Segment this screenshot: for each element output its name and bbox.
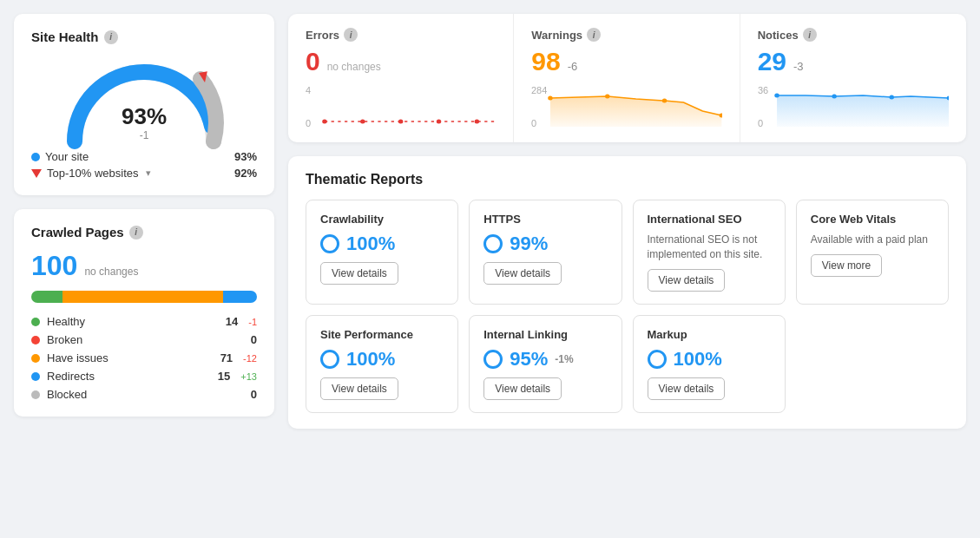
warnings-metric: Warnings i 98 -6 284 0 xyxy=(514,14,740,142)
list-item: Redirects 15 +13 xyxy=(31,370,257,383)
warnings-info-icon[interactable]: i xyxy=(587,28,601,42)
report-crawlability: Crawlability 100% View details xyxy=(306,200,458,305)
top-sites-label: Top-10% websites xyxy=(47,167,139,180)
broken-label: Broken xyxy=(47,333,82,346)
report-site-performance: Site Performance 100% View details xyxy=(306,315,458,413)
site-health-title: Site Health i xyxy=(31,30,257,44)
your-site-value: 93% xyxy=(234,150,257,163)
issues-label: Have issues xyxy=(47,351,109,364)
site-health-card: Site Health i 93% -1 xyxy=(14,14,274,195)
site-health-gauge: 93% -1 xyxy=(66,55,222,141)
svg-point-5 xyxy=(398,120,403,124)
blocked-value: 0 xyxy=(251,388,257,401)
errors-label: Errors i xyxy=(306,28,496,42)
warnings-value-row: 98 -6 xyxy=(531,47,721,76)
svg-text:0: 0 xyxy=(306,119,311,128)
site-health-info-icon[interactable]: i xyxy=(104,30,118,44)
svg-point-4 xyxy=(360,120,365,124)
issues-value: 71 xyxy=(220,351,233,364)
list-item: Have issues 71 -12 xyxy=(31,351,257,364)
top-sites-value: 92% xyxy=(234,167,257,180)
crawled-number: 100 xyxy=(31,250,77,282)
your-site-row: Your site 93% xyxy=(31,150,257,163)
notices-info-icon[interactable]: i xyxy=(803,28,817,42)
redirects-change: +13 xyxy=(240,371,257,382)
svg-marker-17 xyxy=(777,95,949,127)
top-sites-dropdown-icon[interactable]: ▾ xyxy=(146,167,151,179)
healthy-dot xyxy=(31,318,40,326)
svg-point-11 xyxy=(549,96,553,101)
site-health-label: Site Health xyxy=(31,30,99,44)
metrics-row: Errors i 0 no changes 4 0 xyxy=(288,14,966,142)
warnings-label-text: Warnings xyxy=(531,29,582,42)
performance-circle xyxy=(320,350,339,369)
list-item: Healthy 14 -1 xyxy=(31,315,257,328)
redirects-value: 15 xyxy=(218,370,230,383)
performance-view-btn[interactable]: View details xyxy=(320,377,398,400)
internal-linking-score: 95% -1% xyxy=(483,348,607,371)
top-sites-row: Top-10% websites ▾ 92% xyxy=(31,167,257,180)
svg-text:4: 4 xyxy=(306,86,311,95)
redirects-label: Redirects xyxy=(47,370,95,383)
errors-metric: Errors i 0 no changes 4 0 xyxy=(288,14,514,142)
svg-text:0: 0 xyxy=(758,118,763,128)
notices-value-row: 29 -3 xyxy=(758,47,949,76)
warnings-change: -6 xyxy=(568,60,578,73)
reports-row-2: Site Performance 100% View details Inter… xyxy=(306,315,949,413)
blocked-label: Blocked xyxy=(47,388,87,401)
markup-circle xyxy=(648,350,667,369)
errors-value-row: 0 no changes xyxy=(306,47,496,76)
crawlability-score: 100% xyxy=(320,233,444,255)
list-item: Broken 0 xyxy=(31,333,257,346)
healthy-change: -1 xyxy=(248,317,257,327)
notices-label: Notices i xyxy=(758,28,949,42)
svg-point-18 xyxy=(774,94,779,98)
report-internal-linking: Internal Linking 95% -1% View details xyxy=(469,315,622,413)
pb-redirects xyxy=(223,291,257,303)
markup-view-btn[interactable]: View details xyxy=(648,377,726,400)
crawled-count: 100 no changes xyxy=(31,250,257,282)
svg-point-6 xyxy=(437,120,441,124)
notices-metric: Notices i 29 -3 36 0 xyxy=(740,14,966,142)
broken-dot xyxy=(31,336,40,344)
errors-label-text: Errors xyxy=(306,29,339,42)
report-international-seo: International SEO International SEO is n… xyxy=(633,200,786,305)
core-web-vitals-view-btn[interactable]: View more xyxy=(811,254,882,277)
https-view-btn[interactable]: View details xyxy=(483,262,562,285)
errors-number: 0 xyxy=(306,47,320,76)
intl-seo-view-btn[interactable]: View details xyxy=(648,269,726,292)
broken-value: 0 xyxy=(251,333,257,346)
svg-text:36: 36 xyxy=(758,85,768,95)
gauge-change: -1 xyxy=(140,129,149,141)
thematic-reports-title: Thematic Reports xyxy=(306,172,949,187)
pages-progress-bar xyxy=(31,291,257,303)
report-markup: Markup 100% View details xyxy=(633,315,786,413)
crawled-pages-info-icon[interactable]: i xyxy=(129,226,143,239)
svg-text:284: 284 xyxy=(531,86,547,95)
https-score: 99% xyxy=(483,233,607,255)
your-site-label: Your site xyxy=(45,150,89,163)
internal-linking-view-btn[interactable]: View details xyxy=(483,377,562,400)
svg-text:0: 0 xyxy=(531,119,536,128)
list-item: Blocked 0 xyxy=(31,388,257,401)
gauge-percent: 93% xyxy=(122,105,167,128)
crawlability-view-btn[interactable]: View details xyxy=(320,262,398,285)
thematic-reports-card: Thematic Reports Crawlability 100% View … xyxy=(288,156,966,429)
crawled-pages-label: Crawled Pages xyxy=(31,225,124,239)
notices-number: 29 xyxy=(758,47,786,76)
internal-linking-change: -1% xyxy=(555,353,573,365)
svg-marker-10 xyxy=(550,96,721,127)
warnings-number: 98 xyxy=(531,47,560,76)
top-sites-icon xyxy=(31,169,42,178)
errors-info-icon[interactable]: i xyxy=(344,28,358,42)
empty-slot xyxy=(796,315,949,413)
svg-point-20 xyxy=(889,95,894,100)
gauge-label: 93% -1 xyxy=(122,105,167,141)
site-health-legend: Your site 93% Top-10% websites ▾ 92% xyxy=(31,150,257,180)
crawlability-circle xyxy=(320,234,339,253)
svg-point-12 xyxy=(605,95,609,99)
healthy-label: Healthy xyxy=(47,315,85,328)
redirects-dot xyxy=(31,372,40,381)
crawled-sub: no changes xyxy=(84,266,138,278)
https-circle xyxy=(483,234,503,253)
